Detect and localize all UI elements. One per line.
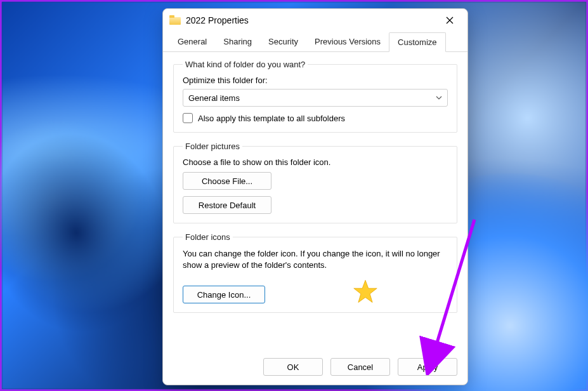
tab-sharing[interactable]: Sharing xyxy=(215,32,260,52)
choose-file-button[interactable]: Choose File... xyxy=(183,172,271,190)
group-folder-kind: What kind of folder do you want? Optimiz… xyxy=(173,60,457,133)
group-folder-icons-legend: Folder icons xyxy=(183,232,233,242)
folder-icons-prompt: You can change the folder icon. If you c… xyxy=(183,248,448,270)
close-button[interactable] xyxy=(436,11,464,30)
close-icon xyxy=(446,17,454,24)
dialog-button-row: OK Cancel Apply xyxy=(163,352,467,385)
group-folder-pictures-legend: Folder pictures xyxy=(183,142,242,151)
properties-dialog: 2022 Properties General Sharing Security… xyxy=(162,8,468,385)
apply-subfolders-label: Also apply this template to all subfolde… xyxy=(198,114,345,123)
apply-subfolders-row[interactable]: Also apply this template to all subfolde… xyxy=(183,113,448,123)
titlebar: 2022 Properties xyxy=(163,9,467,32)
ok-button[interactable]: OK xyxy=(263,358,323,376)
tab-general[interactable]: General xyxy=(169,32,215,52)
optimize-dropdown[interactable]: General items xyxy=(183,89,448,107)
chevron-down-icon xyxy=(436,95,442,101)
group-folder-kind-legend: What kind of folder do you want? xyxy=(183,60,308,69)
choose-file-prompt: Choose a file to show on this folder ico… xyxy=(183,157,448,167)
restore-default-button[interactable]: Restore Default xyxy=(183,196,271,214)
tab-strip: General Sharing Security Previous Versio… xyxy=(163,32,467,52)
tab-security[interactable]: Security xyxy=(260,32,306,52)
tab-previous-versions[interactable]: Previous Versions xyxy=(306,32,389,52)
group-folder-icons: Folder icons You can change the folder i… xyxy=(173,232,457,313)
apply-button[interactable]: Apply xyxy=(398,358,457,376)
group-folder-pictures: Folder pictures Choose a file to show on… xyxy=(173,142,457,223)
cancel-button[interactable]: Cancel xyxy=(330,358,390,376)
change-icon-button[interactable]: Change Icon... xyxy=(183,286,265,303)
folder-icon xyxy=(169,16,181,25)
optimize-dropdown-value: General items xyxy=(188,93,240,103)
optimize-label: Optimize this folder for: xyxy=(183,76,448,85)
star-icon xyxy=(353,279,378,303)
apply-subfolders-checkbox[interactable] xyxy=(183,113,193,123)
tab-content: What kind of folder do you want? Optimiz… xyxy=(163,52,467,352)
window-title: 2022 Properties xyxy=(186,15,436,25)
tab-customize[interactable]: Customize xyxy=(389,32,445,52)
